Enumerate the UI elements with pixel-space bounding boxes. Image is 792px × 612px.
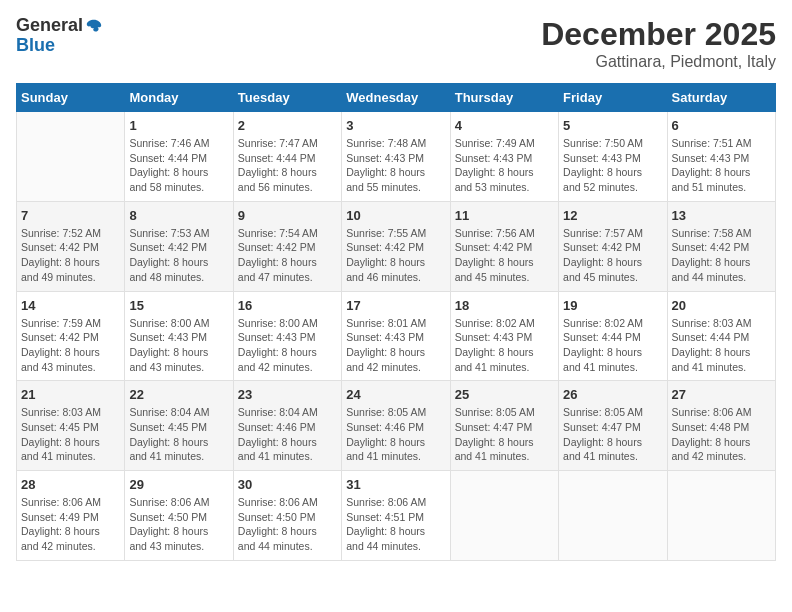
calendar-cell: 30Sunrise: 8:06 AMSunset: 4:50 PMDayligh… <box>233 471 341 561</box>
day-info: Sunrise: 7:59 AMSunset: 4:42 PMDaylight:… <box>21 316 120 375</box>
day-number: 29 <box>129 477 228 492</box>
logo-bird-icon <box>85 18 103 36</box>
calendar-cell: 7Sunrise: 7:52 AMSunset: 4:42 PMDaylight… <box>17 201 125 291</box>
calendar-cell: 29Sunrise: 8:06 AMSunset: 4:50 PMDayligh… <box>125 471 233 561</box>
day-info: Sunrise: 8:06 AMSunset: 4:51 PMDaylight:… <box>346 495 445 554</box>
calendar-cell: 23Sunrise: 8:04 AMSunset: 4:46 PMDayligh… <box>233 381 341 471</box>
day-info: Sunrise: 8:05 AMSunset: 4:47 PMDaylight:… <box>455 405 554 464</box>
calendar-cell <box>667 471 775 561</box>
calendar-cell: 20Sunrise: 8:03 AMSunset: 4:44 PMDayligh… <box>667 291 775 381</box>
day-info: Sunrise: 8:06 AMSunset: 4:50 PMDaylight:… <box>129 495 228 554</box>
day-info: Sunrise: 7:47 AMSunset: 4:44 PMDaylight:… <box>238 136 337 195</box>
day-info: Sunrise: 8:04 AMSunset: 4:46 PMDaylight:… <box>238 405 337 464</box>
calendar-cell <box>559 471 667 561</box>
day-info: Sunrise: 8:01 AMSunset: 4:43 PMDaylight:… <box>346 316 445 375</box>
calendar-week-row: 14Sunrise: 7:59 AMSunset: 4:42 PMDayligh… <box>17 291 776 381</box>
day-info: Sunrise: 7:52 AMSunset: 4:42 PMDaylight:… <box>21 226 120 285</box>
day-number: 1 <box>129 118 228 133</box>
calendar-cell: 3Sunrise: 7:48 AMSunset: 4:43 PMDaylight… <box>342 112 450 202</box>
title-area: December 2025 Gattinara, Piedmont, Italy <box>541 16 776 71</box>
day-number: 10 <box>346 208 445 223</box>
day-info: Sunrise: 8:05 AMSunset: 4:47 PMDaylight:… <box>563 405 662 464</box>
calendar-cell: 9Sunrise: 7:54 AMSunset: 4:42 PMDaylight… <box>233 201 341 291</box>
day-info: Sunrise: 8:00 AMSunset: 4:43 PMDaylight:… <box>129 316 228 375</box>
day-info: Sunrise: 7:53 AMSunset: 4:42 PMDaylight:… <box>129 226 228 285</box>
calendar-cell: 31Sunrise: 8:06 AMSunset: 4:51 PMDayligh… <box>342 471 450 561</box>
calendar-cell: 26Sunrise: 8:05 AMSunset: 4:47 PMDayligh… <box>559 381 667 471</box>
location: Gattinara, Piedmont, Italy <box>541 53 776 71</box>
day-number: 15 <box>129 298 228 313</box>
day-info: Sunrise: 8:06 AMSunset: 4:48 PMDaylight:… <box>672 405 771 464</box>
day-number: 23 <box>238 387 337 402</box>
calendar-cell: 1Sunrise: 7:46 AMSunset: 4:44 PMDaylight… <box>125 112 233 202</box>
day-number: 25 <box>455 387 554 402</box>
day-info: Sunrise: 7:58 AMSunset: 4:42 PMDaylight:… <box>672 226 771 285</box>
calendar-cell: 28Sunrise: 8:06 AMSunset: 4:49 PMDayligh… <box>17 471 125 561</box>
weekday-header-thursday: Thursday <box>450 84 558 112</box>
day-info: Sunrise: 7:55 AMSunset: 4:42 PMDaylight:… <box>346 226 445 285</box>
calendar-cell: 19Sunrise: 8:02 AMSunset: 4:44 PMDayligh… <box>559 291 667 381</box>
day-number: 26 <box>563 387 662 402</box>
day-number: 30 <box>238 477 337 492</box>
calendar-table: SundayMondayTuesdayWednesdayThursdayFrid… <box>16 83 776 561</box>
calendar-week-row: 7Sunrise: 7:52 AMSunset: 4:42 PMDaylight… <box>17 201 776 291</box>
day-number: 17 <box>346 298 445 313</box>
calendar-cell: 12Sunrise: 7:57 AMSunset: 4:42 PMDayligh… <box>559 201 667 291</box>
day-number: 16 <box>238 298 337 313</box>
day-info: Sunrise: 7:56 AMSunset: 4:42 PMDaylight:… <box>455 226 554 285</box>
day-info: Sunrise: 8:02 AMSunset: 4:43 PMDaylight:… <box>455 316 554 375</box>
day-number: 21 <box>21 387 120 402</box>
day-number: 20 <box>672 298 771 313</box>
day-info: Sunrise: 8:06 AMSunset: 4:50 PMDaylight:… <box>238 495 337 554</box>
day-number: 13 <box>672 208 771 223</box>
day-number: 2 <box>238 118 337 133</box>
page-header: General Blue December 2025 Gattinara, Pi… <box>16 16 776 71</box>
day-info: Sunrise: 7:49 AMSunset: 4:43 PMDaylight:… <box>455 136 554 195</box>
calendar-cell: 5Sunrise: 7:50 AMSunset: 4:43 PMDaylight… <box>559 112 667 202</box>
day-number: 3 <box>346 118 445 133</box>
calendar-cell: 22Sunrise: 8:04 AMSunset: 4:45 PMDayligh… <box>125 381 233 471</box>
calendar-cell: 15Sunrise: 8:00 AMSunset: 4:43 PMDayligh… <box>125 291 233 381</box>
logo-general: General <box>16 16 103 36</box>
day-number: 9 <box>238 208 337 223</box>
calendar-cell: 25Sunrise: 8:05 AMSunset: 4:47 PMDayligh… <box>450 381 558 471</box>
day-number: 11 <box>455 208 554 223</box>
day-number: 31 <box>346 477 445 492</box>
weekday-header-friday: Friday <box>559 84 667 112</box>
weekday-header-tuesday: Tuesday <box>233 84 341 112</box>
logo: General Blue <box>16 16 103 56</box>
calendar-cell <box>17 112 125 202</box>
day-number: 4 <box>455 118 554 133</box>
day-info: Sunrise: 7:54 AMSunset: 4:42 PMDaylight:… <box>238 226 337 285</box>
day-number: 12 <box>563 208 662 223</box>
day-number: 27 <box>672 387 771 402</box>
calendar-cell: 11Sunrise: 7:56 AMSunset: 4:42 PMDayligh… <box>450 201 558 291</box>
calendar-cell: 18Sunrise: 8:02 AMSunset: 4:43 PMDayligh… <box>450 291 558 381</box>
calendar-cell: 8Sunrise: 7:53 AMSunset: 4:42 PMDaylight… <box>125 201 233 291</box>
day-info: Sunrise: 8:02 AMSunset: 4:44 PMDaylight:… <box>563 316 662 375</box>
calendar-cell: 6Sunrise: 7:51 AMSunset: 4:43 PMDaylight… <box>667 112 775 202</box>
day-number: 22 <box>129 387 228 402</box>
calendar-cell: 13Sunrise: 7:58 AMSunset: 4:42 PMDayligh… <box>667 201 775 291</box>
day-info: Sunrise: 8:06 AMSunset: 4:49 PMDaylight:… <box>21 495 120 554</box>
weekday-header-sunday: Sunday <box>17 84 125 112</box>
calendar-cell: 16Sunrise: 8:00 AMSunset: 4:43 PMDayligh… <box>233 291 341 381</box>
calendar-cell: 14Sunrise: 7:59 AMSunset: 4:42 PMDayligh… <box>17 291 125 381</box>
day-number: 24 <box>346 387 445 402</box>
day-info: Sunrise: 7:57 AMSunset: 4:42 PMDaylight:… <box>563 226 662 285</box>
calendar-cell: 10Sunrise: 7:55 AMSunset: 4:42 PMDayligh… <box>342 201 450 291</box>
weekday-header-row: SundayMondayTuesdayWednesdayThursdayFrid… <box>17 84 776 112</box>
logo-blue: Blue <box>16 36 103 56</box>
calendar-week-row: 1Sunrise: 7:46 AMSunset: 4:44 PMDaylight… <box>17 112 776 202</box>
calendar-week-row: 21Sunrise: 8:03 AMSunset: 4:45 PMDayligh… <box>17 381 776 471</box>
day-number: 28 <box>21 477 120 492</box>
calendar-week-row: 28Sunrise: 8:06 AMSunset: 4:49 PMDayligh… <box>17 471 776 561</box>
day-number: 19 <box>563 298 662 313</box>
calendar-cell <box>450 471 558 561</box>
day-info: Sunrise: 8:03 AMSunset: 4:45 PMDaylight:… <box>21 405 120 464</box>
day-info: Sunrise: 8:05 AMSunset: 4:46 PMDaylight:… <box>346 405 445 464</box>
day-number: 14 <box>21 298 120 313</box>
day-info: Sunrise: 8:04 AMSunset: 4:45 PMDaylight:… <box>129 405 228 464</box>
weekday-header-wednesday: Wednesday <box>342 84 450 112</box>
calendar-cell: 17Sunrise: 8:01 AMSunset: 4:43 PMDayligh… <box>342 291 450 381</box>
